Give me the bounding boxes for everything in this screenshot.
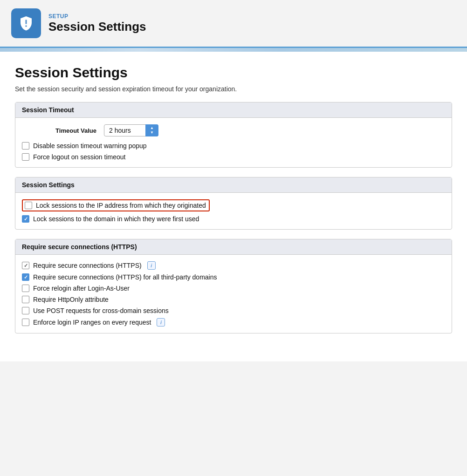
main-content: Session Settings Set the session securit… [0,52,467,361]
session-timeout-header: Session Timeout [15,102,452,118]
session-timeout-body: Timeout Value 30 minutes 1 hour 2 hours … [15,118,452,167]
force-relogin-row[interactable]: Force relogin after Login-As-User [22,285,445,292]
https-section-body: Require secure connections (HTTPS) i Req… [15,255,452,333]
force-logout-label: Force logout on session timeout [33,153,125,161]
require-httponly-checkbox[interactable] [22,296,29,303]
require-httponly-row[interactable]: Require HttpOnly attribute [22,296,445,303]
timeout-select[interactable]: 30 minutes 1 hour 2 hours 4 hours 8 hour… [104,124,158,136]
session-settings-header: Session Settings [15,177,452,193]
lock-ip-highlighted-row[interactable]: Lock sessions to the IP address from whi… [22,199,210,211]
timeout-value-row: Timeout Value 30 minutes 1 hour 2 hours … [22,124,445,136]
header-icon [11,8,41,38]
force-relogin-label: Force relogin after Login-As-User [33,285,130,292]
shield-icon [18,15,34,32]
disable-warning-label: Disable session timeout warning popup [33,142,147,150]
force-logout-row[interactable]: Force logout on session timeout [22,153,445,161]
require-httponly-label: Require HttpOnly attribute [33,296,109,303]
decorative-band [0,48,467,52]
require-https-third-party-checkbox[interactable] [22,273,29,281]
enforce-ip-info-icon[interactable]: i [157,318,165,326]
header-text: SETUP Session Settings [48,13,146,34]
require-https-info-icon[interactable]: i [147,261,156,270]
disable-warning-checkbox[interactable] [22,142,29,150]
session-settings-body: Lock sessions to the IP address from whi… [15,193,452,229]
require-https-third-party-row[interactable]: Require secure connections (HTTPS) for a… [22,273,445,281]
force-relogin-checkbox[interactable] [22,285,29,292]
page-header: SETUP Session Settings [0,0,467,48]
use-post-label: Use POST requests for cross-domain sessi… [33,307,169,314]
disable-warning-row[interactable]: Disable session timeout warning popup [22,142,445,150]
https-section-header: Require secure connections (HTTPS) [15,239,452,255]
require-https-checkbox[interactable] [22,262,29,269]
require-https-label: Require secure connections (HTTPS) [33,262,142,269]
enforce-ip-label: Enforce login IP ranges on every request [33,319,151,326]
require-https-third-party-label: Require secure connections (HTTPS) for a… [33,273,217,281]
require-https-row[interactable]: Require secure connections (HTTPS) i [22,261,445,270]
https-section: Require secure connections (HTTPS) Requi… [15,239,452,333]
lock-domain-checkbox[interactable] [22,215,29,223]
session-timeout-section: Session Timeout Timeout Value 30 minutes… [15,102,452,168]
use-post-row[interactable]: Use POST requests for cross-domain sessi… [22,307,445,314]
lock-domain-label: Lock sessions to the domain in which the… [33,215,199,223]
page-title: Session Settings [15,65,452,81]
enforce-ip-row[interactable]: Enforce login IP ranges on every request… [22,318,445,326]
use-post-checkbox[interactable] [22,307,29,314]
lock-domain-row[interactable]: Lock sessions to the domain in which the… [22,215,445,223]
lock-ip-label: Lock sessions to the IP address from whi… [36,202,206,209]
session-settings-section: Session Settings Lock sessions to the IP… [15,177,452,230]
setup-label: SETUP [48,13,146,20]
timeout-select-wrap[interactable]: 30 minutes 1 hour 2 hours 4 hours 8 hour… [104,124,158,136]
enforce-ip-checkbox[interactable] [22,319,29,326]
timeout-label: Timeout Value [31,127,96,134]
force-logout-checkbox[interactable] [22,153,29,161]
header-title: Session Settings [48,20,146,34]
page-subtitle: Set the session security and session exp… [15,85,452,93]
lock-ip-checkbox[interactable] [25,202,32,209]
